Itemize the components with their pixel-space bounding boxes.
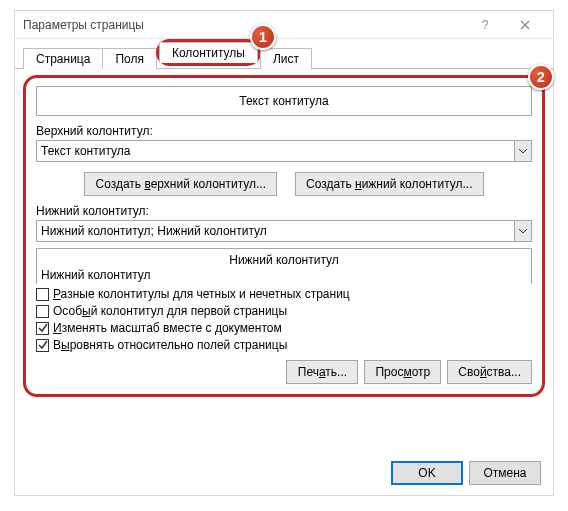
highlight-tab: Колонтитулы xyxy=(156,39,261,66)
header-label: Верхний колонтитул: xyxy=(36,124,532,138)
checkbox-label: Особый колонтитул для первой страницы xyxy=(53,304,287,318)
print-button[interactable]: Печать... xyxy=(286,360,358,384)
ok-button[interactable]: OK xyxy=(391,461,463,485)
tab-strip: Страница Поля Колонтитулы Лист xyxy=(15,39,553,69)
header-combo[interactable] xyxy=(36,140,532,162)
dialog-buttons: OK Отмена xyxy=(391,461,541,485)
header-combo-input[interactable] xyxy=(36,140,514,162)
create-footer-button[interactable]: Создать нижний колонтитул... xyxy=(295,172,483,196)
checkbox-label: Разные колонтитулы для четных и нечетных… xyxy=(53,287,350,301)
footer-preview-left: Нижний колонтитул xyxy=(41,268,151,282)
tab-headers[interactable]: Колонтитулы xyxy=(159,42,258,63)
checkbox-scale[interactable]: Изменять масштаб вместе с документом xyxy=(36,321,532,335)
close-button[interactable] xyxy=(505,14,545,36)
footer-combo[interactable] xyxy=(36,220,532,242)
checkbox-icon[interactable] xyxy=(36,339,49,352)
checkbox-label: Изменять масштаб вместе с документом xyxy=(53,321,282,335)
chevron-down-icon[interactable] xyxy=(514,220,532,242)
header-preview: Текст контитула xyxy=(36,86,532,116)
checkbox-odd-even[interactable]: Разные колонтитулы для четных и нечетных… xyxy=(36,287,532,301)
titlebar: Параметры страницы ? xyxy=(15,11,553,39)
annotation-marker-2: 2 xyxy=(528,64,554,90)
properties-button[interactable]: Свойства... xyxy=(447,360,532,384)
create-buttons-row: Создать верхний колонтитул... Создать ни… xyxy=(36,172,532,196)
checkbox-icon[interactable] xyxy=(36,305,49,318)
dialog-page-setup: Параметры страницы ? Страница Поля Колон… xyxy=(14,10,554,496)
tab-page[interactable]: Страница xyxy=(23,48,103,69)
footer-preview-center: Нижний колонтитул xyxy=(229,253,339,267)
checkbox-first-page[interactable]: Особый колонтитул для первой страницы xyxy=(36,304,532,318)
highlight-body: Текст контитула Верхний колонтитул: Созд… xyxy=(23,75,545,397)
checkbox-align[interactable]: Выровнять относительно полей страницы xyxy=(36,338,532,352)
footer-combo-input[interactable] xyxy=(36,220,514,242)
checkbox-icon[interactable] xyxy=(36,288,49,301)
checkbox-label: Выровнять относительно полей страницы xyxy=(53,338,287,352)
checkbox-icon[interactable] xyxy=(36,322,49,335)
footer-label: Нижний колонтитул: xyxy=(36,204,532,218)
preview-button[interactable]: Просмотр xyxy=(364,360,441,384)
annotation-marker-1: 1 xyxy=(250,24,276,50)
chevron-down-icon[interactable] xyxy=(514,140,532,162)
header-preview-text: Текст контитула xyxy=(239,94,328,108)
dialog-title: Параметры страницы xyxy=(23,18,465,32)
create-header-button[interactable]: Создать верхний колонтитул... xyxy=(84,172,277,196)
tab-sheet[interactable]: Лист xyxy=(260,48,312,69)
footer-preview: Нижний колонтитул Нижний колонтитул xyxy=(36,248,532,284)
help-button[interactable]: ? xyxy=(465,14,505,36)
tab-margins[interactable]: Поля xyxy=(102,48,157,69)
cancel-button[interactable]: Отмена xyxy=(469,461,541,485)
action-buttons-row: Печать... Просмотр Свойства... xyxy=(36,360,532,384)
